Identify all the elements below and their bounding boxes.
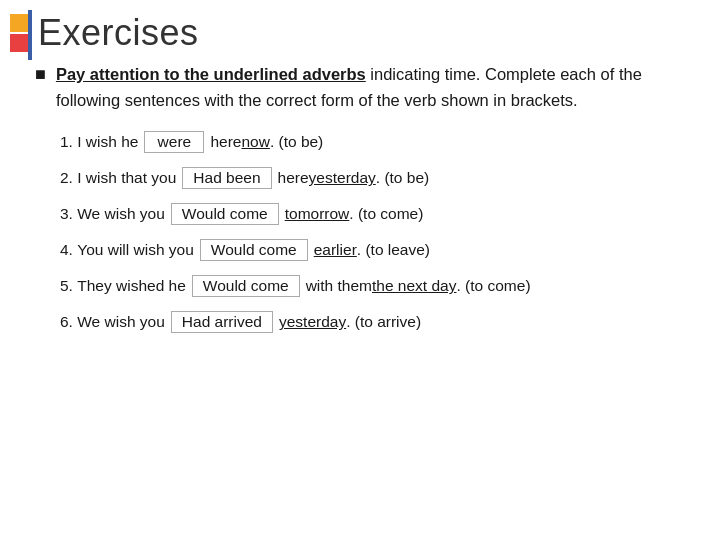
exercise-underlined-3: tomorrow [285, 205, 350, 223]
exercise-answer-5: Would come [192, 275, 300, 297]
exercise-answer-3: Would come [171, 203, 279, 225]
exercise-answer-1: were [144, 131, 204, 153]
exercise-item-2: 2. I wish that youHad been here yesterda… [60, 167, 690, 189]
exercise-after-4: . (to leave) [357, 241, 430, 259]
exercise-answer-2: Had been [182, 167, 271, 189]
exercise-before-4: You will wish you [77, 241, 194, 259]
instruction-row: ■ Pay attention to the underlined adverb… [30, 62, 690, 113]
exercise-item-5: 5. They wished heWould come with them th… [60, 275, 690, 297]
color-block-bottom [10, 34, 28, 52]
exercise-after-6: . (to arrive) [346, 313, 421, 331]
exercise-number-1: 1. [60, 133, 77, 151]
exercise-underlined-1: now [241, 133, 269, 151]
exercise-before-5: They wished he [77, 277, 186, 295]
exercise-before-1: I wish he [77, 133, 138, 151]
color-block-top [10, 14, 28, 32]
instruction-bold: Pay attention to the underlined adverbs [56, 65, 366, 83]
exercise-after-3: . (to come) [349, 205, 423, 223]
exercise-number-6: 6. [60, 313, 77, 331]
instruction-text: Pay attention to the underlined adverbs … [56, 62, 690, 113]
left-accent-bar [28, 10, 32, 60]
color-blocks [10, 14, 28, 52]
exercise-middle-5: with them [306, 277, 372, 295]
exercise-item-6: 6. We wish youHad arrived yesterday. (to… [60, 311, 690, 333]
exercise-underlined-2: yesterday [309, 169, 376, 187]
exercise-underlined-5: the next day [372, 277, 456, 295]
exercise-number-4: 4. [60, 241, 77, 259]
exercise-middle-1: here [210, 133, 241, 151]
exercise-before-2: I wish that you [77, 169, 176, 187]
main-content: ■ Pay attention to the underlined adverb… [0, 62, 720, 333]
exercise-before-3: We wish you [77, 205, 165, 223]
exercise-item-4: 4. You will wish youWould come earlier. … [60, 239, 690, 261]
exercise-underlined-4: earlier [314, 241, 357, 259]
header: Exercises [0, 0, 720, 62]
exercise-answer-4: Would come [200, 239, 308, 261]
exercise-after-2: . (to be) [376, 169, 429, 187]
exercise-before-6: We wish you [77, 313, 165, 331]
exercise-middle-2: here [278, 169, 309, 187]
exercise-number-2: 2. [60, 169, 77, 187]
exercise-after-1: . (to be) [270, 133, 323, 151]
exercise-answer-6: Had arrived [171, 311, 273, 333]
exercise-item-1: 1. I wish hewere here now. (to be) [60, 131, 690, 153]
exercise-item-3: 3. We wish youWould come tomorrow. (to c… [60, 203, 690, 225]
exercise-underlined-6: yesterday [279, 313, 346, 331]
page: Exercises ■ Pay attention to the underli… [0, 0, 720, 540]
page-title: Exercises [38, 12, 199, 54]
exercise-number-5: 5. [60, 277, 77, 295]
exercises-list: 1. I wish hewere here now. (to be)2. I w… [30, 131, 690, 333]
exercise-number-3: 3. [60, 205, 77, 223]
bullet-icon: ■ [35, 64, 46, 85]
exercise-after-5: . (to come) [456, 277, 530, 295]
